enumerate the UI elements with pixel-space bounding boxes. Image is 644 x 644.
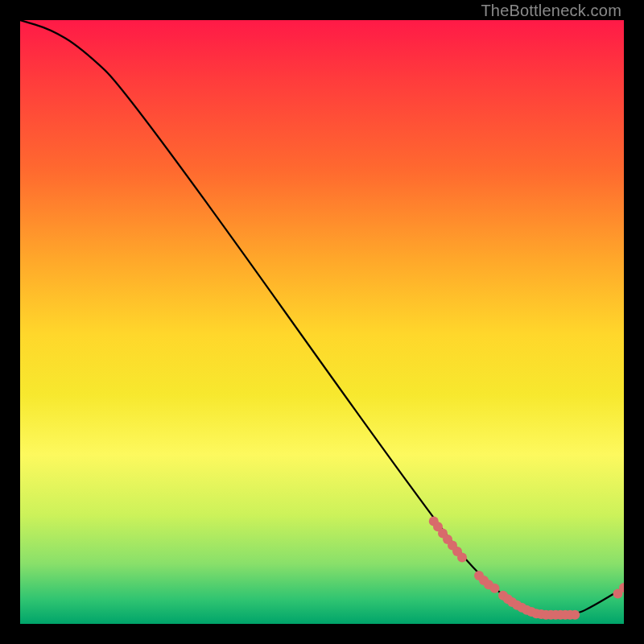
data-point	[457, 553, 467, 563]
data-point	[570, 610, 580, 620]
chart-stage: TheBottleneck.com	[0, 0, 644, 644]
plot-area	[20, 20, 624, 624]
data-point	[490, 584, 500, 593]
chart-overlay	[20, 20, 624, 624]
watermark-label: TheBottleneck.com	[481, 2, 621, 20]
bottleneck-curve-line	[20, 20, 624, 615]
